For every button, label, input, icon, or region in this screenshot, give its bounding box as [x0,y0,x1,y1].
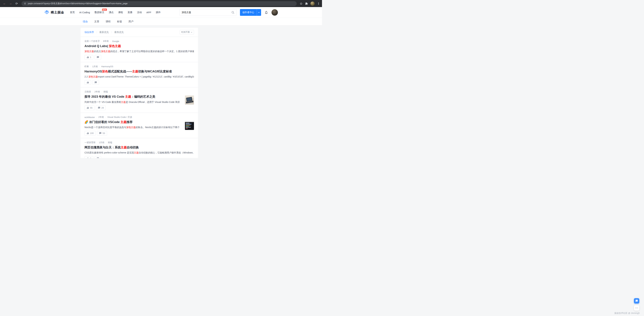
result-tag[interactable]: 2年前 [98,116,104,119]
like-button[interactable]: 2 [84,156,93,158]
browser-profile-avatar[interactable] [310,2,314,6]
title-segment: ：编码的艺术之美 [131,95,156,98]
result-tag[interactable]: 6年前 [103,40,109,43]
comment-icon [94,81,97,84]
title-segment: 切换与WCAG对比度标准 [138,70,172,73]
title-segment: 主题 [121,146,127,149]
comment-button[interactable] [95,55,101,60]
result-snippet: 列表中的另一个 VS Code 最佳黑暗主题是 Dracula Official… [84,100,180,104]
search-result-item[interactable]: 云喵君·2年前·前端探寻 2023 年的最佳 VS Code 主题：编码的艺术之… [80,87,198,113]
result-tag[interactable]: Google [112,40,119,43]
search-button[interactable] [230,10,236,15]
title-segment: 网页也懂黑夜与白天：系统 [84,146,121,149]
result-title[interactable]: HarmonyOS深色模式适配实战——主题切换与WCAG对比度标准 [84,70,194,73]
snippet-segment: 深色主题 [101,50,110,53]
result-tag[interactable]: 前端 [108,141,112,144]
result-tag[interactable]: 2年前 [94,90,100,93]
search-tab[interactable]: 综合 [83,20,88,23]
comment-button[interactable]: 29 [96,106,106,110]
like-button[interactable]: 100 [84,131,96,135]
snippet-segment: Noctis是一个温和且对比度平衡的浅色与 [84,126,126,129]
search-box [180,9,236,16]
browser-forward-icon[interactable]: → [8,1,13,6]
title-segment: 主题 [132,70,138,73]
page-content: 综合排序最新优先最热优先 时间不限 这是一个好名字·6年前·GoogleAndr… [0,25,322,158]
meta-separator: · [92,91,93,93]
search-result-item[interactable]: 这是一个好名字·6年前·GoogleAndroid Q Labs| 深色主题深色… [80,37,198,62]
search-tab[interactable]: 课程 [106,20,111,23]
snippet-segment: 的优点，希望了解了之后可以帮助你去更好的做这样一个决定。1.更好的用户体验帮助你… [110,50,194,53]
extensions-icon[interactable] [305,2,308,5]
result-snippet: 2.2 深色主题export const DarkTheme: ThemeCol… [84,75,194,78]
like-count: 100 [90,132,94,134]
result-title[interactable]: 🌈 冷门但好看的 VSCode 主题推荐 [84,120,180,124]
creator-center-label[interactable]: 创作者中心 [240,9,257,16]
result-author[interactable]: 柠果 [84,65,89,68]
title-segment: 模式适配实战—— [108,70,132,73]
time-filter-dropdown[interactable]: 时间不限 [180,30,194,35]
browser-menu-icon[interactable]: ⋮ [317,2,320,5]
sort-options: 综合排序最新优先最热优先 [84,31,124,34]
nav-item[interactable]: 沸点 [109,11,114,14]
result-author[interactable]: 云喵君 [84,90,91,93]
comment-button[interactable]: 53 [97,131,107,135]
browser-toolbar: ← → ⟳ juejin.cn/search?query=深色主题&fromSe… [0,0,322,7]
site-settings-icon[interactable] [24,2,26,5]
bookmark-star-icon[interactable] [300,2,302,5]
result-author[interactable]: 这是一个好名字 [84,40,100,43]
nav-item[interactable]: 首页 [70,11,75,14]
search-result-item[interactable]: 一诺滚雪球·1月前·前端网页也懂黑夜与白天：系统主题自动切换CSS原生媒体特性 … [80,138,198,158]
thumb-up-icon [86,107,89,109]
thumb-up-icon [86,81,89,84]
nav-item[interactable]: AI Coding [79,11,90,14]
nav-item[interactable]: 课程 [118,11,123,14]
nav-item[interactable]: 数据标注NEW [94,11,104,14]
result-tag[interactable]: 1月前 [92,65,98,68]
search-tab[interactable]: 文章 [94,20,99,23]
creator-center-dropdown[interactable] [257,9,261,16]
result-tag[interactable]: HarmonyOS [101,65,113,68]
browser-back-icon[interactable]: ← [2,1,7,6]
nav-item[interactable]: 插件 [156,11,160,14]
meta-separator: · [101,91,102,93]
creator-center-button: 创作者中心 [240,9,261,16]
snippet-segment: 的集合。Noctis主题的设计目标有以下两个：减少 [136,126,179,129]
nav-item[interactable]: APP [146,11,151,14]
result-author[interactable]: 一诺滚雪球 [84,141,96,144]
search-tabs: 综合文章课程标签用户 [0,18,322,25]
browser-refresh-icon[interactable]: ⟳ [14,1,19,6]
search-tab[interactable]: 用户 [128,20,134,23]
search-result-item[interactable]: 柠果·1月前·HarmonyOSHarmonyOS深色模式适配实战——主题切换与… [80,62,198,88]
search-tab[interactable]: 标签 [117,20,122,23]
result-title[interactable]: Android Q Labs| 深色主题 [84,44,194,48]
result-author[interactable]: wzkMaster [84,116,95,118]
comment-button[interactable] [95,156,101,158]
nav-item[interactable]: 直播 [128,11,132,14]
user-avatar[interactable] [272,9,278,16]
like-count: 1 [90,56,91,59]
result-tag[interactable]: 1月前 [99,141,104,144]
meta-separator: · [106,141,106,144]
result-snippet: Noctis是一个温和且对比度平衡的浅色与深色主题的集合。Noctis主题的设计… [84,125,180,129]
sort-option[interactable]: 最新优先 [100,31,109,34]
comment-button[interactable] [92,80,99,85]
result-title[interactable]: 探寻 2023 年的最佳 VS Code 主题：编码的艺术之美 [84,95,180,99]
nav-item[interactable]: 活动 [137,11,142,14]
like-button[interactable] [84,80,91,85]
result-tag[interactable]: 前端 [103,90,108,93]
juejin-logo[interactable]: 稀土掘金 [44,10,64,15]
like-button[interactable]: 1 [84,55,93,60]
thumb-up-icon [86,157,89,158]
search-input[interactable] [182,11,230,14]
result-meta: 一诺滚雪球·1月前·前端 [84,141,194,144]
notifications-bell-icon[interactable] [264,11,268,14]
like-count: 2 [90,157,91,158]
sort-option[interactable]: 最热优先 [114,31,124,34]
result-title[interactable]: 网页也懂黑夜与白天：系统主题自动切换 [84,145,194,149]
browser-address-bar[interactable]: juejin.cn/search?query=深色主题&fromSeo=0&fr… [22,1,297,6]
result-tag[interactable]: Visual Studio Code / 开源 [108,116,132,119]
search-result-item[interactable]: wzkMaster·2年前·Visual Studio Code / 开源🌈 冷… [80,113,198,138]
snippet-segment: 是 Dracula Official，适用于 Visual Studio Cod… [126,101,179,103]
sort-option[interactable]: 综合排序 [84,31,94,34]
like-button[interactable]: 55 [84,106,94,110]
